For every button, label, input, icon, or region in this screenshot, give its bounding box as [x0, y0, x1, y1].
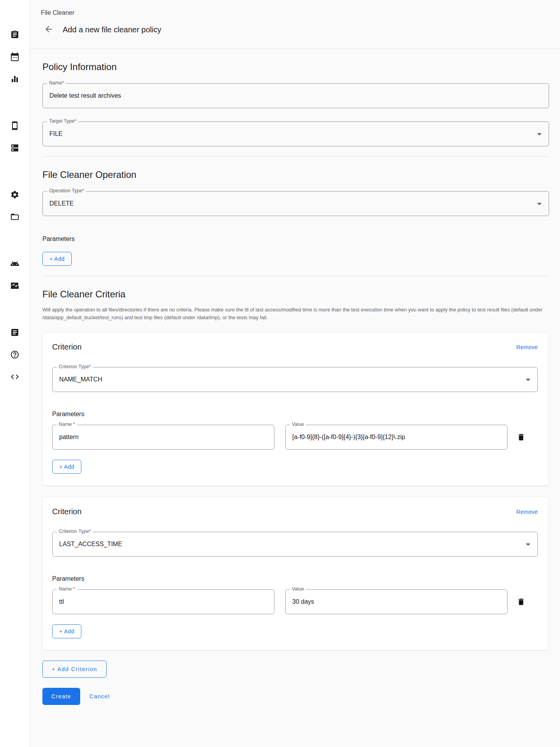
parameter-value-field[interactable]: Value — [285, 425, 507, 450]
criterion-type-select[interactable]: Criterion Type* NAME_MATCH — [52, 367, 538, 392]
section-operation: File Cleaner Operation Operation Type* D… — [42, 169, 549, 266]
criterion-add-parameter-button[interactable]: + Add — [52, 624, 81, 638]
parameter-value-field[interactable]: Value — [285, 589, 507, 614]
parameter-name-field[interactable]: Name * — [52, 589, 274, 614]
criterion-card: Criterion Remove Criterion Type* LAST_AC… — [42, 497, 549, 650]
sidebar-item-help[interactable] — [10, 350, 19, 359]
delete-parameter-button[interactable] — [517, 597, 526, 606]
main-column: File Cleaner Add a new file cleaner poli… — [30, 0, 560, 747]
section-divider — [42, 156, 549, 157]
policy-information-title: Policy Information — [42, 62, 549, 72]
dropdown-arrow-icon — [537, 203, 542, 205]
sidebar-item-tests[interactable] — [10, 30, 19, 39]
operation-parameters-title: Parameters — [42, 236, 549, 243]
code-icon — [10, 372, 19, 381]
policy-name-label: Name* — [47, 80, 66, 86]
activity-icon — [10, 281, 19, 290]
parameter-name-label: Name * — [57, 586, 77, 592]
target-type-select[interactable]: Target Type* FILE — [42, 121, 549, 146]
delete-parameter-button[interactable] — [517, 432, 526, 442]
app-title: File Cleaner — [41, 9, 549, 16]
create-button[interactable]: Create — [42, 688, 80, 705]
criterion-card: Criterion Remove Criterion Type* NAME_MA… — [42, 332, 549, 486]
criterion-type-value: LAST_ACCESS_TIME — [59, 541, 122, 548]
criterion-parameters-title: Parameters — [52, 411, 538, 418]
clipboard-icon — [10, 30, 19, 39]
article-icon — [10, 328, 19, 337]
parameter-value-label: Value — [290, 422, 306, 427]
parameter-name-field[interactable]: Name * — [52, 425, 274, 450]
sidebar-item-hosts[interactable] — [10, 143, 19, 153]
dropdown-arrow-icon — [526, 543, 530, 546]
page-title: Add a new file cleaner policy — [63, 25, 161, 34]
back-button[interactable] — [41, 22, 56, 37]
criterion-type-value: NAME_MATCH — [59, 376, 102, 383]
remove-criterion-link[interactable]: Remove — [516, 509, 538, 515]
help-icon — [10, 350, 19, 359]
dns-icon — [10, 143, 19, 153]
add-criterion-row: + Add Criterion — [42, 661, 549, 678]
criterion-type-label: Criterion Type* — [57, 364, 93, 369]
sidebar-item-api[interactable] — [10, 372, 19, 381]
operation-add-parameter-button[interactable]: + Add — [42, 252, 72, 266]
criterion-card-header: Criterion Remove — [52, 507, 538, 516]
calendar-icon — [10, 52, 19, 62]
sidebar — [0, 0, 30, 747]
parameter-value-input[interactable] — [292, 434, 500, 441]
form-actions: Create Cancel — [42, 688, 549, 705]
criterion-card-header: Criterion Remove — [52, 343, 538, 352]
sidebar-item-monitoring[interactable] — [10, 281, 19, 290]
android-icon — [10, 259, 19, 268]
section-divider — [42, 276, 549, 276]
trash-icon — [517, 598, 526, 606]
smartphone-icon — [10, 121, 19, 130]
operation-type-select[interactable]: Operation Type* DELETE — [42, 191, 549, 216]
section-policy-information: Policy Information Name* Target Type* FI… — [42, 62, 549, 146]
parameter-name-label: Name * — [57, 422, 77, 427]
criterion-parameters-title: Parameters — [52, 575, 538, 582]
parameter-value-label: Value — [290, 586, 306, 592]
policy-name-field[interactable]: Name* — [42, 83, 549, 108]
operation-title: File Cleaner Operation — [42, 169, 549, 180]
settings-icon — [10, 190, 19, 199]
criterion-title: Criterion — [52, 507, 82, 516]
criterion-add-parameter-button[interactable]: + Add — [52, 460, 81, 474]
parameter-value-input[interactable] — [292, 598, 500, 605]
operation-type-label: Operation Type* — [47, 188, 86, 193]
criterion-type-select[interactable]: Criterion Type* LAST_ACCESS_TIME — [52, 532, 538, 557]
policy-name-input[interactable] — [49, 92, 542, 99]
operation-type-value: DELETE — [49, 200, 74, 207]
sidebar-item-file-browser[interactable] — [10, 212, 19, 221]
add-criterion-button[interactable]: + Add Criterion — [42, 661, 107, 678]
parameter-name-input[interactable] — [59, 434, 267, 441]
title-row: Add a new file cleaner policy — [41, 22, 549, 37]
target-type-value: FILE — [49, 130, 63, 137]
cancel-button[interactable]: Cancel — [86, 688, 114, 705]
parameter-row: Name * Value — [52, 425, 538, 450]
sidebar-item-plans[interactable] — [10, 52, 19, 62]
target-type-label: Target Type* — [47, 118, 78, 124]
parameter-name-input[interactable] — [59, 598, 267, 605]
parameter-row: Name * Value — [52, 589, 538, 614]
criteria-title: File Cleaner Criteria — [42, 289, 549, 300]
remove-criterion-link[interactable]: Remove — [516, 344, 538, 350]
sidebar-item-results[interactable] — [10, 74, 19, 84]
dropdown-arrow-icon — [537, 133, 542, 135]
page-header: File Cleaner Add a new file cleaner poli… — [30, 0, 560, 49]
trash-icon — [517, 433, 526, 441]
criteria-description: Will apply the operation to all files/di… — [42, 306, 549, 321]
criterion-title: Criterion — [52, 343, 82, 352]
section-criteria: File Cleaner Criteria Will apply the ope… — [42, 289, 549, 705]
bar-chart-icon — [10, 74, 19, 84]
form-content: Policy Information Name* Target Type* FI… — [30, 49, 560, 747]
sidebar-item-settings[interactable] — [10, 190, 19, 199]
arrow-back-icon — [44, 25, 53, 35]
sidebar-item-docs[interactable] — [10, 328, 19, 337]
sidebar-item-android[interactable] — [10, 259, 19, 268]
folder-icon — [10, 212, 19, 221]
sidebar-item-devices[interactable] — [10, 121, 19, 130]
criterion-type-label: Criterion Type* — [57, 529, 93, 534]
dropdown-arrow-icon — [526, 379, 530, 381]
